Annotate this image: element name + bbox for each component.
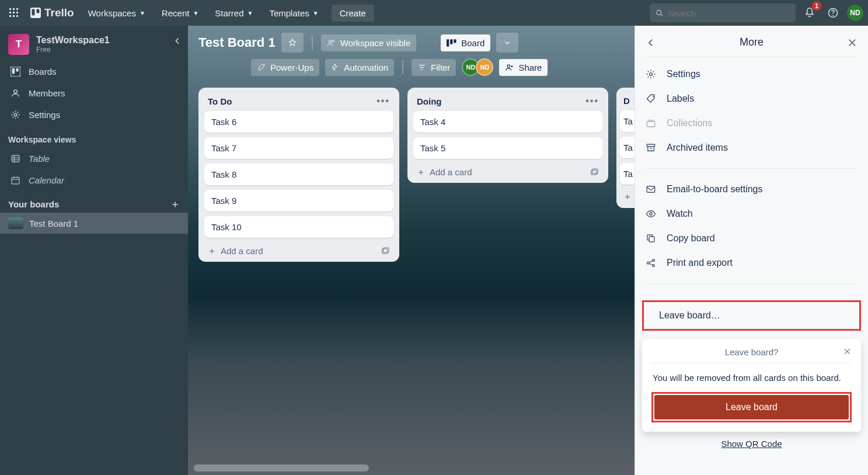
add-card-label: Add a card xyxy=(430,167,472,177)
chevron-down-icon: ▼ xyxy=(193,10,198,16)
search-input[interactable] xyxy=(650,4,796,22)
share-icon xyxy=(646,258,657,268)
svg-rect-35 xyxy=(454,39,456,43)
sidebar-item-members[interactable]: Members xyxy=(0,82,188,104)
archive-icon xyxy=(646,143,657,153)
sidebar-item-settings[interactable]: Settings xyxy=(0,104,188,126)
card[interactable]: Task 5 xyxy=(413,137,602,159)
add-card-button[interactable]: Add a card xyxy=(204,242,393,257)
header-right: 1 ND xyxy=(650,4,863,22)
panel-item-label: Email-to-board settings xyxy=(667,184,763,195)
card[interactable]: Ta xyxy=(620,110,635,132)
collections-icon xyxy=(646,118,657,129)
list-title[interactable]: D xyxy=(623,96,630,106)
share-button[interactable]: Share xyxy=(499,59,548,76)
panel-item-print[interactable]: Print and export xyxy=(635,251,868,275)
show-qr-code-link[interactable]: Show QR Code xyxy=(635,439,868,449)
panel-item-collections: Collections xyxy=(635,111,868,136)
card[interactable]: Task 6 xyxy=(204,111,393,133)
panel-item-archived[interactable]: Archived items xyxy=(635,136,868,160)
automation-button[interactable]: Automation xyxy=(325,59,394,76)
sidebar-item-calendar[interactable]: Calendar xyxy=(0,169,188,191)
card[interactable]: Task 7 xyxy=(204,137,393,159)
panel-title: More xyxy=(740,36,764,48)
nav-workspaces[interactable]: Workspaces▼ xyxy=(81,5,152,22)
panel-item-watch[interactable]: Watch xyxy=(635,202,868,226)
nav-templates[interactable]: Templates▼ xyxy=(262,5,325,22)
filter-icon xyxy=(417,63,426,72)
workspace-views-header: Workspace views xyxy=(0,126,188,148)
notifications-button[interactable]: 1 xyxy=(800,4,819,22)
panel-item-email[interactable]: Email-to-board settings xyxy=(635,177,868,202)
card[interactable]: Task 10 xyxy=(204,216,393,238)
add-card-button[interactable]: Add a card xyxy=(413,164,602,178)
search-icon xyxy=(656,9,664,18)
app-switcher-icon[interactable] xyxy=(5,4,23,22)
svg-rect-11 xyxy=(37,9,40,13)
view-switcher-button[interactable] xyxy=(496,33,518,53)
leave-board-menu-item[interactable]: Leave board… xyxy=(642,300,861,331)
svg-rect-21 xyxy=(12,155,19,162)
panel-back-button[interactable] xyxy=(646,37,656,48)
panel-item-label: Settings xyxy=(667,69,700,79)
trello-logo-icon xyxy=(30,8,41,18)
panel-item-labels[interactable]: Labels xyxy=(635,86,868,111)
card[interactable]: Task 4 xyxy=(413,111,602,133)
card[interactable]: Task 8 xyxy=(204,164,393,185)
app-body: T TestWorkspace1 Free Boards Members Set… xyxy=(0,26,868,475)
card[interactable]: Task 9 xyxy=(204,190,393,212)
card[interactable]: Ta xyxy=(620,163,635,185)
template-icon[interactable] xyxy=(381,247,390,256)
profile-avatar[interactable]: ND xyxy=(847,5,863,21)
popover-close-button[interactable] xyxy=(843,347,852,356)
list-title[interactable]: To Do xyxy=(208,96,232,106)
list-doing: Doing ••• Task 4 Task 5 Add a card xyxy=(407,88,608,183)
help-button[interactable] xyxy=(824,4,842,22)
panel-item-settings[interactable]: Settings xyxy=(635,62,868,86)
workspace-sidebar: T TestWorkspace1 Free Boards Members Set… xyxy=(0,26,188,475)
panel-item-label: Archived items xyxy=(667,143,728,153)
leave-board-confirm-button[interactable]: Leave board xyxy=(654,395,849,419)
list-menu-button[interactable]: ••• xyxy=(377,96,390,106)
gear-icon xyxy=(11,110,20,120)
sidebar-label: Calendar xyxy=(29,175,64,185)
template-icon[interactable] xyxy=(590,168,599,177)
create-button[interactable]: Create xyxy=(332,5,374,22)
filter-button[interactable]: Filter xyxy=(412,59,456,76)
member-avatar[interactable]: ND xyxy=(476,58,493,76)
horizontal-scrollbar[interactable] xyxy=(194,464,369,471)
search-field[interactable] xyxy=(668,8,790,18)
add-card-button[interactable] xyxy=(620,189,635,202)
nav-starred[interactable]: Starred▼ xyxy=(208,5,260,22)
star-board-button[interactable] xyxy=(281,33,304,53)
panel-item-copy[interactable]: Copy board xyxy=(635,226,868,251)
panel-header: More xyxy=(635,26,868,57)
sidebar-board-item[interactable]: Test Board 1 xyxy=(0,213,188,234)
list-title[interactable]: Doing xyxy=(417,96,442,106)
board-title[interactable]: Test Board 1 xyxy=(198,35,276,50)
board-canvas: Test Board 1 Workspace visible Board xyxy=(188,26,635,475)
collapse-sidebar-button[interactable] xyxy=(173,36,182,46)
nav-recent[interactable]: Recent▼ xyxy=(155,5,205,22)
list-menu-button[interactable]: ••• xyxy=(585,96,599,106)
board-view-button[interactable]: Board xyxy=(441,34,490,51)
global-header: Trello Workspaces▼ Recent▼ Starred▼ Temp… xyxy=(0,0,868,26)
leave-button-highlight: Leave board xyxy=(651,392,852,422)
sidebar-item-table[interactable]: Table xyxy=(0,148,188,169)
add-board-button[interactable] xyxy=(170,200,180,209)
board-members[interactable]: ND ND xyxy=(462,58,493,76)
chevron-down-icon: ▼ xyxy=(247,10,253,16)
popover-header: Leave board? xyxy=(651,347,852,363)
card[interactable]: Ta xyxy=(620,137,635,158)
list-header: To Do ••• xyxy=(204,93,393,111)
svg-point-39 xyxy=(507,64,510,67)
powerups-button[interactable]: Power-Ups xyxy=(251,59,319,76)
trello-logo[interactable]: Trello xyxy=(26,6,79,19)
panel-close-button[interactable] xyxy=(847,37,857,48)
nav-starred-label: Starred xyxy=(215,8,243,18)
close-icon xyxy=(847,37,857,48)
svg-rect-18 xyxy=(16,68,18,72)
svg-point-55 xyxy=(653,96,654,97)
visibility-button[interactable]: Workspace visible xyxy=(321,34,417,51)
sidebar-item-boards[interactable]: Boards xyxy=(0,61,188,82)
